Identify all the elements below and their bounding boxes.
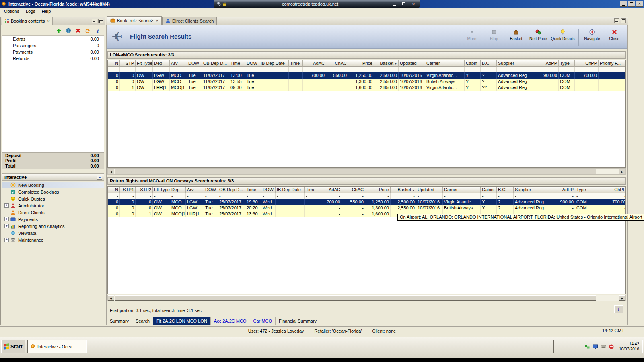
filter-cell[interactable]: - xyxy=(497,67,537,72)
filter-cell[interactable]: - xyxy=(305,193,319,199)
column-header-carrier[interactable]: Carrier xyxy=(443,187,481,193)
booking-item-refunds[interactable]: Refunds0.00 xyxy=(2,55,104,62)
filter-cell[interactable]: - xyxy=(229,67,245,72)
filter-cell[interactable]: - xyxy=(481,193,497,199)
scroll-right-icon[interactable]: ▶ xyxy=(619,169,625,174)
filter-cell[interactable]: - xyxy=(319,193,342,199)
quick-details-button[interactable]: Quick Details xyxy=(550,27,576,41)
column-header-dow[interactable]: DOW xyxy=(204,187,218,193)
column-header-updated[interactable]: Updated xyxy=(416,187,443,193)
sidebar-item-quick-quotes[interactable]: Quick Quotes xyxy=(2,195,104,202)
inbound-hscrollbar[interactable]: ◀ ▶ xyxy=(107,295,626,301)
filter-cell[interactable]: - xyxy=(186,193,204,199)
filter-cell[interactable]: - xyxy=(391,193,416,199)
column-header-b-c[interactable]: B.C. xyxy=(481,60,497,67)
panel-minimize-button[interactable] xyxy=(92,19,97,23)
filter-cell[interactable]: - xyxy=(153,67,170,72)
column-header-flt-type[interactable]: Flt Type xyxy=(153,187,170,193)
column-header-carrier[interactable]: Carrier xyxy=(425,60,465,67)
tray-keyboard-icon[interactable] xyxy=(601,344,606,350)
column-header-chpp[interactable]: ChPP xyxy=(591,187,626,193)
close-button[interactable]: Close xyxy=(604,27,625,41)
filter-cell[interactable]: - xyxy=(559,67,575,72)
filter-cell[interactable]: - xyxy=(170,67,187,72)
filter-cell[interactable]: - xyxy=(261,193,276,199)
sidebar-item-new-booking[interactable]: New Booking xyxy=(2,182,104,188)
tray-display-icon[interactable] xyxy=(593,344,598,350)
delete-icon[interactable] xyxy=(75,28,81,34)
filter-cell[interactable]: - xyxy=(537,67,559,72)
filter-cell[interactable]: - xyxy=(497,193,514,199)
result-row[interactable]: 00OWLGWMCOTue11/07/201713:55Tue--1,300.0… xyxy=(108,79,625,85)
column-header-adac[interactable]: AdAC xyxy=(319,187,342,193)
panel-maximize-button[interactable] xyxy=(621,18,626,23)
tray-network-icon[interactable] xyxy=(584,344,590,350)
filter-cell[interactable]: - xyxy=(120,193,136,199)
column-header-cabin[interactable]: Cabin xyxy=(481,187,497,193)
column-header-ob-dep-d[interactable]: OB Dep D... xyxy=(218,187,245,193)
expand-icon[interactable]: + xyxy=(4,203,9,208)
filter-cell[interactable]: - xyxy=(416,193,443,199)
tab-car-mco[interactable]: Car MCO xyxy=(250,317,276,325)
expand-icon[interactable]: + xyxy=(4,238,9,242)
outbound-hscrollbar[interactable]: ◀ ▶ xyxy=(107,168,626,175)
panel-minimize-button[interactable] xyxy=(614,18,619,23)
column-header-time[interactable]: Time xyxy=(245,187,261,193)
filter-cell[interactable]: - xyxy=(245,193,261,199)
result-row[interactable]: 000OWMCOLGWTue25/07/201720:20Wed--1,300.… xyxy=(108,205,625,211)
filter-cell[interactable]: - xyxy=(276,193,305,199)
expand-icon[interactable]: + xyxy=(4,217,9,221)
window-close-button[interactable]: × xyxy=(636,1,643,7)
basket-button[interactable]: Basket xyxy=(506,27,527,41)
column-header-ib-dep-date[interactable]: IB Dep Date xyxy=(259,60,289,67)
filter-cell[interactable]: - xyxy=(481,67,497,72)
filter-cell[interactable]: - xyxy=(465,67,481,72)
column-header-updated[interactable]: Updated xyxy=(399,60,425,67)
filter-cell[interactable]: - xyxy=(187,67,202,72)
rdp-close-button[interactable]: × xyxy=(411,1,416,7)
sidebar-item-viewdata[interactable]: Viewdata xyxy=(2,230,104,236)
tab-direct-clients-search[interactable]: Direct Clients Search xyxy=(162,17,217,25)
column-header-adpp[interactable]: AdPP xyxy=(555,187,575,193)
pin-icon[interactable] xyxy=(217,2,221,6)
filter-cell[interactable]: - xyxy=(342,193,365,199)
tab-search[interactable]: Search xyxy=(132,317,153,325)
column-header-arv[interactable]: Arv xyxy=(186,187,204,193)
column-header-priority-f[interactable]: Priority F... xyxy=(599,60,626,67)
interactive-section-header[interactable]: Interactive – xyxy=(2,173,104,181)
column-header-basket[interactable]: Basket▼ xyxy=(391,187,416,193)
column-header-basket[interactable]: Basket▼ xyxy=(374,60,399,67)
rdp-restore-button[interactable] xyxy=(401,1,407,7)
filter-cell[interactable]: - xyxy=(153,193,170,199)
column-header-dep[interactable]: Dep xyxy=(170,187,186,193)
filter-cell[interactable]: - xyxy=(591,193,626,199)
filter-cell[interactable]: - xyxy=(575,193,591,199)
tray-alert-icon[interactable] xyxy=(609,344,614,350)
column-header-arv[interactable]: Arv xyxy=(170,60,187,67)
column-header-time[interactable]: Time xyxy=(305,187,319,193)
sidebar-item-direct-clients[interactable]: Direct Clients xyxy=(2,209,104,216)
menu-item-help[interactable]: Help xyxy=(39,8,54,14)
booking-contents-tab[interactable]: Booking contents × xyxy=(2,17,53,25)
navigate-button[interactable]: Navigate xyxy=(582,27,603,41)
column-header-ob-dep-d[interactable]: OB Dep D... xyxy=(202,60,229,67)
sidebar-item-completed-bookings[interactable]: Completed Bookings xyxy=(2,188,104,195)
filter-cell[interactable]: - xyxy=(599,67,626,72)
sidebar-item-administrator[interactable]: +Administrator xyxy=(2,202,104,209)
filter-cell[interactable]: - xyxy=(202,67,229,72)
tab-book-ref-none[interactable]: Book. ref.: <none>× xyxy=(107,16,162,25)
rdp-minimize-button[interactable] xyxy=(391,1,397,7)
filter-cell[interactable]: - xyxy=(204,193,218,199)
column-header-chac[interactable]: ChAC xyxy=(326,60,348,67)
filter-cell[interactable]: - xyxy=(245,67,259,72)
expand-icon[interactable]: + xyxy=(4,224,9,228)
filter-cell[interactable]: - xyxy=(136,67,153,72)
tab-acc-2a-2c-mco[interactable]: Acc 2A,2C MCO xyxy=(211,317,250,325)
booking-item-extras[interactable]: Extras0.00 xyxy=(2,36,104,42)
filter-cell[interactable]: - xyxy=(514,193,555,199)
result-row[interactable]: 00OWLGWMCOTue11/07/201713:00Tue700.00550… xyxy=(108,72,625,79)
column-header-price[interactable]: Price xyxy=(365,187,391,193)
result-row[interactable]: 000OWMCOLGWTue25/07/201719:30Wed700.0055… xyxy=(108,199,625,205)
column-header-flt-type[interactable]: Flt Type xyxy=(136,60,153,67)
tab-summary[interactable]: Summary xyxy=(107,317,132,325)
